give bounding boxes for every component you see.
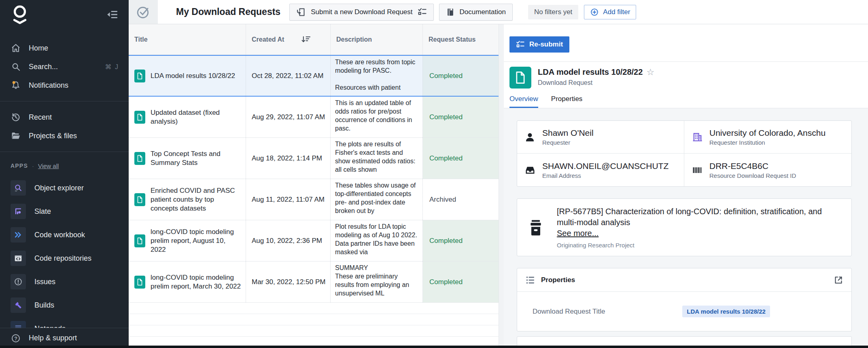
building-icon — [692, 131, 709, 143]
cell-description: SUMMARY These are preliminary results fr… — [331, 262, 423, 302]
tab-overview[interactable]: Overview — [509, 95, 538, 108]
sidebar-item-recent[interactable]: Recent — [0, 108, 129, 127]
sidebar-app-issues[interactable]: Issues — [0, 270, 129, 293]
sidebar-item-home[interactable]: Home — [0, 39, 129, 57]
bell-icon — [11, 80, 21, 91]
requester-institution-card: University of Colorado, Anschu Requester… — [684, 121, 851, 154]
email-value: SHAWN.ONEIL@CUANSCHUTZ — [542, 161, 669, 171]
app-label: Notepads — [34, 325, 66, 328]
palantir-logo — [11, 5, 28, 24]
open-in-new-icon[interactable] — [834, 275, 843, 285]
cell-title: long-COVID topic modeling prelim report,… — [151, 273, 242, 291]
help-icon: ? — [11, 333, 21, 344]
sidebar: Home Search... ⌘ J Notifications Recent … — [0, 0, 129, 348]
sidebar-app-code-repositories[interactable]: Code repositories — [0, 247, 129, 270]
table-row[interactable]: long-COVID topic modeling prelim report,… — [129, 220, 499, 262]
code-workbook-icon — [11, 227, 26, 243]
document-icon — [134, 276, 145, 289]
add-filter-button[interactable]: Add filter — [584, 5, 636, 19]
app-tile-header[interactable] — [129, 0, 158, 24]
properties-header: Properties — [541, 276, 834, 284]
status-badge: Archived — [423, 179, 499, 220]
document-icon — [134, 70, 145, 82]
status-badge: Completed — [423, 262, 499, 302]
app-label: Object explorer — [34, 184, 84, 192]
sidebar-item-search[interactable]: Search... ⌘ J — [0, 57, 129, 76]
status-badge: Completed — [423, 56, 499, 96]
submit-download-request-button[interactable]: Submit a new Download Request — [289, 4, 433, 21]
sidebar-app-slate[interactable]: Slate — [0, 200, 129, 223]
documentation-button[interactable]: Documentation — [439, 4, 513, 21]
column-header-created-at[interactable]: Created At — [246, 24, 331, 55]
cell-created-at: Oct 28, 2022, 11:02 AM — [246, 56, 331, 96]
institution-label: Requester Institution — [709, 139, 826, 146]
table-row[interactable]: Top Concept Tests and Summary Stats Aug … — [129, 138, 499, 179]
book-icon — [446, 8, 455, 17]
sidebar-app-builds[interactable]: Builds — [0, 293, 129, 317]
status-badge: Completed — [423, 138, 499, 179]
sidebar-divider — [0, 152, 129, 152]
request-id-card: DRR-E5C4B6C Resource Download Request ID — [684, 154, 851, 186]
table-scrollbar-track[interactable] — [499, 24, 504, 346]
topbar: My Download Requests Submit a new Downlo… — [129, 0, 868, 24]
cell-title: Enriched COVID and PASC patient counts b… — [151, 186, 242, 213]
slate-icon — [11, 204, 26, 219]
table-row[interactable]: long-COVID topic modeling prelim report,… — [129, 262, 499, 303]
sidebar-item-projects-files[interactable]: Projects & files — [0, 127, 129, 145]
column-header-description[interactable]: Description — [331, 24, 423, 55]
sidebar-item-label: Recent — [29, 113, 52, 122]
sidebar-app-notepads[interactable]: Notepads — [0, 317, 129, 328]
app-label: Code workbook — [34, 231, 85, 239]
column-header-request-status[interactable]: Request Status — [423, 24, 499, 55]
column-header-title[interactable]: Title — [129, 24, 246, 55]
requester-value: Shawn O'Neil — [542, 128, 594, 138]
home-icon — [11, 43, 21, 53]
cell-created-at: Aug 10, 2022, 2:36 PM — [246, 220, 331, 261]
cell-description: The plots are results of Fisher's exact … — [331, 138, 423, 179]
cell-created-at: Aug 29, 2022, 11:07 AM — [246, 97, 331, 137]
barcode-icon — [692, 165, 709, 176]
submit-button-label: Submit a new Download Request — [311, 8, 412, 16]
cell-title: Updated dataset (fixed analysis) — [151, 108, 242, 126]
folder-icon — [11, 131, 21, 141]
resubmit-button[interactable]: Re-submit — [509, 36, 569, 53]
code-repositories-icon — [11, 251, 26, 266]
institution-value: University of Colorado, Anschu — [709, 128, 826, 138]
notepads-icon — [11, 321, 26, 328]
email-label: Email Address — [542, 172, 669, 179]
star-icon[interactable]: ☆ — [646, 68, 654, 76]
next-card-partial — [517, 336, 852, 346]
sort-descending-icon[interactable] — [301, 35, 311, 44]
sidebar-item-help-support[interactable]: ? Help & support — [0, 328, 129, 346]
search-icon — [11, 61, 21, 72]
sidebar-item-notifications[interactable]: Notifications — [0, 76, 129, 95]
table-row[interactable]: Updated dataset (fixed analysis) Aug 29,… — [129, 97, 499, 138]
sidebar-app-code-workbook[interactable]: Code workbook — [0, 223, 129, 247]
sidebar-app-object-explorer[interactable]: Object explorer — [0, 176, 129, 200]
email-card: SHAWN.ONEIL@CUANSCHUTZ Email Address — [517, 154, 684, 186]
download-requests-table: Title Created At Description Request Sta… — [129, 24, 499, 346]
cell-title: LDA model results 10/28/22 — [151, 72, 235, 80]
table-row[interactable]: LDA model results 10/28/22 Oct 28, 2022,… — [129, 55, 499, 97]
detail-title: LDA model results 10/28/22 — [538, 67, 643, 77]
search-shortcut: ⌘ J — [105, 63, 119, 71]
add-filter-label: Add filter — [603, 8, 630, 16]
project-title: [RP-5677B5] Characterization of long-COV… — [557, 206, 843, 228]
object-explorer-icon — [11, 180, 26, 196]
app-label: Slate — [34, 207, 51, 216]
cell-created-at: Mar 30, 2022, 12:50 PM — [246, 262, 331, 302]
view-all-apps-link[interactable]: View all — [38, 162, 59, 169]
document-icon — [134, 111, 145, 124]
tab-properties[interactable]: Properties — [551, 95, 582, 108]
status-badge: Completed — [423, 220, 499, 261]
property-value-chip[interactable]: LDA model results 10/28/22 — [682, 306, 770, 317]
properties-card: Properties Download Request Title LDA mo… — [517, 268, 852, 331]
cell-description: This is an updated table of odds ratios … — [331, 97, 423, 137]
cell-created-at: Aug 18, 2022, 1:14 PM — [246, 138, 331, 179]
cell-title: Top Concept Tests and Summary Stats — [151, 150, 242, 167]
see-more-link[interactable]: See more... — [557, 229, 598, 238]
table-row[interactable]: Enriched COVID and PASC patient counts b… — [129, 179, 499, 220]
collapse-sidebar-icon[interactable] — [107, 10, 118, 19]
list-icon — [525, 275, 535, 285]
document-icon-large — [509, 67, 531, 89]
